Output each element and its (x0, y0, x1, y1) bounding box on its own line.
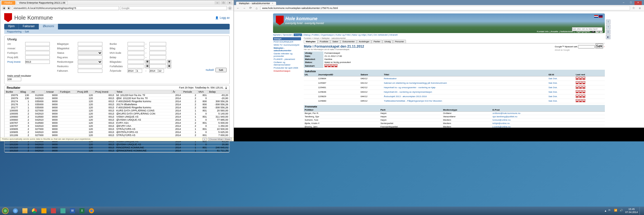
tab-moteplan[interactable]: Møteplan (304, 40, 318, 43)
pdf-icon[interactable] (576, 77, 579, 80)
sak-link[interactable]: Referatsaker (384, 77, 397, 80)
tab-dokumenter[interactable]: Dokumenter (340, 40, 357, 43)
menu-icon[interactable]: ≡ (637, 6, 642, 10)
sidebar-item[interactable]: Protokoller før april 2006 (273, 66, 301, 69)
nav-fakturaer[interactable]: Fakturaer (19, 24, 39, 29)
pdf-icon[interactable] (582, 77, 585, 80)
col-header[interactable]: År (171, 90, 182, 94)
bookmark-icon[interactable]: ☆ (631, 6, 636, 10)
col-header[interactable]: Art (30, 90, 45, 94)
tab-utvalg[interactable]: Utvalg (382, 40, 393, 43)
tab-saker[interactable]: Saker (330, 40, 340, 43)
show-desktop-button[interactable] (640, 207, 642, 215)
flag-no-icon[interactable] (594, 15, 598, 18)
table-row[interactable]: 100005204291090001200013@KURS DATA OPPLÆ… (5, 112, 229, 115)
tray-flag-icon[interactable]: 🏳 (608, 209, 612, 213)
sidebar-item[interactable]: Gamle referater og protokoller (273, 52, 301, 58)
flag-uk-icon[interactable] (599, 15, 603, 18)
minimize-button[interactable]: – (620, 1, 627, 5)
pdf-icon[interactable] (331, 64, 334, 67)
pdf-icon[interactable] (579, 86, 582, 89)
home-icon[interactable]: ⌂ (228, 6, 232, 10)
pdf-icon[interactable] (582, 90, 585, 93)
year-from[interactable] (128, 69, 136, 73)
table-row[interactable]: 100905202700090001200013STRÅLFORS AS2014… (5, 128, 229, 131)
pdf-icon[interactable] (582, 99, 585, 102)
art-input[interactable] (25, 42, 50, 46)
pdf-icon[interactable] (582, 95, 585, 98)
table-row[interactable]: 100005202700090001200013KURS DATA OPPLÆR… (5, 109, 229, 112)
pdf-icon[interactable] (576, 90, 579, 93)
tool-icon[interactable]: ☰ (606, 30, 610, 34)
sidebar-item[interactable]: WEB-TV i kommunestyret (273, 43, 301, 46)
reskontro-input[interactable] (78, 64, 102, 68)
bilagstype-input[interactable] (78, 42, 102, 46)
firefox-tab[interactable]: Visma Enterprise Rapportering 2013.1.06 (17, 1, 68, 5)
reload-icon[interactable]: ⟳ (248, 6, 253, 10)
col-header[interactable]: Tekst (115, 90, 171, 94)
per-to[interactable] (158, 69, 164, 73)
taskbar-app-icon[interactable] (49, 207, 58, 214)
per-from[interactable] (137, 69, 142, 73)
close-button[interactable]: × (227, 1, 232, 4)
sak-link[interactable]: Høyenhall AS - vurdering av styrereprese… (384, 91, 432, 93)
choose-share-button[interactable]: Choose What I Share (208, 138, 232, 141)
pdf-icon[interactable] (579, 90, 582, 93)
funksjon-input[interactable] (25, 51, 50, 55)
pdf-icon[interactable] (335, 64, 337, 67)
pdf-icon[interactable] (579, 99, 582, 102)
bunke-from[interactable] (128, 42, 144, 46)
table-row[interactable]: 2017610350009000120001320174 tilbakeføre… (5, 103, 229, 106)
forfall-to[interactable] (149, 64, 166, 68)
sak-link[interactable]: Trafikksikkerhetstiltak - Påkjøringsramp… (384, 100, 442, 102)
logout-link[interactable]: 👤 Logg av (215, 16, 230, 19)
forfall-from[interactable] (128, 64, 144, 68)
sak-link[interactable]: Årsbudsjett 2013 - økonomiplan 2013-2016 (384, 95, 427, 98)
col-header[interactable]: Periode (182, 90, 198, 94)
email-link[interactable]: ordforer@hole.kommune.no (493, 112, 521, 114)
table-row[interactable]: 100660204291090001200013@VISMA UNIQUE AS… (5, 118, 229, 121)
nav-hjem[interactable]: Hjem (4, 24, 19, 29)
table-row[interactable]: 2007913001200090001200013bil. 101220 kor… (5, 94, 229, 97)
email-link[interactable]: sjur.tandberg@politiet.no (493, 115, 518, 118)
table-row[interactable]: 100787301956090001200013EVRY ASA20142801… (5, 121, 229, 125)
col-header[interactable]: Prosj drift (76, 90, 94, 94)
tray-show-hidden-icon[interactable]: ▲ (604, 209, 607, 212)
ansvar-input[interactable] (25, 46, 50, 50)
maximize-button[interactable]: □ (627, 1, 634, 5)
search-input[interactable] (120, 6, 227, 10)
taskbar-outlook-icon[interactable] (39, 207, 48, 214)
tab-partier[interactable]: Partier (372, 40, 382, 43)
calendar-icon[interactable]: ▦ (167, 60, 171, 64)
subnav-rapportering[interactable]: Rapportering (7, 30, 22, 33)
regansv-input[interactable] (78, 55, 102, 59)
url-input[interactable] (12, 6, 119, 10)
pdf-icon[interactable] (328, 64, 331, 67)
export-icon[interactable]: ⤓ (225, 86, 227, 89)
table-row[interactable]: 100787304291090001200013@EVRY ASA2014201… (5, 125, 229, 128)
year-to[interactable] (149, 69, 158, 73)
col-header[interactable]: Prosj invest (94, 90, 115, 94)
table-row[interactable]: 100905204291090001200013@STRÅLFORS AS201… (5, 131, 229, 134)
minimize-button[interactable]: – (215, 1, 220, 4)
taskbar-firefox-icon[interactable] (87, 207, 96, 214)
sok-button[interactable]: Søk (215, 68, 227, 72)
tray-network-icon[interactable]: 📶 (614, 209, 618, 213)
bilagsdato-from[interactable] (128, 60, 144, 64)
nullstill-link[interactable]: Nullstill (206, 69, 214, 71)
calendar-icon[interactable]: ▦ (145, 60, 149, 64)
col-header[interactable]: Bunke (5, 90, 19, 94)
start-button[interactable] (0, 207, 11, 215)
table-row[interactable]: 101220204291090001200013@VISMA UNIQUE AS… (5, 143, 229, 146)
mva-to[interactable] (149, 51, 166, 55)
reskontrotype-select[interactable] (78, 60, 102, 64)
tab-avdelinger[interactable]: Avdelinger (357, 40, 372, 43)
prosjinvest-input[interactable] (25, 60, 50, 64)
table-row[interactable]: 20177103500090001200013F.400156945 Ringe… (5, 106, 229, 109)
table-row[interactable]: 101310203500090001200013RINGERIKE KOMMUN… (5, 146, 229, 149)
pdf-icon[interactable] (576, 95, 579, 98)
bilagstekst-input[interactable] (78, 46, 102, 50)
pdf-icon[interactable] (582, 86, 585, 89)
calendar-icon[interactable]: ▦ (145, 64, 149, 68)
taskbar-app-icon[interactable] (58, 207, 67, 214)
